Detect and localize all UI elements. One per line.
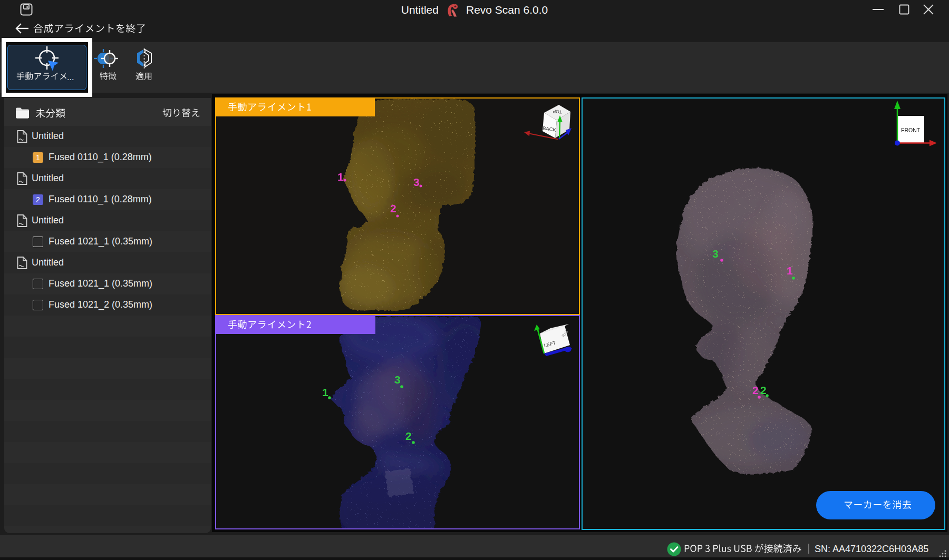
svg-text:1: 1 [787,264,793,277]
svg-text:3: 3 [413,176,420,188]
svg-text:2: 2 [760,384,767,396]
svg-text:1: 1 [337,171,344,183]
svg-text:2: 2 [405,430,412,442]
svg-text:2: 2 [390,202,396,214]
svg-text:1: 1 [322,386,328,398]
svg-text:3: 3 [712,248,719,260]
svg-text:2: 2 [752,384,759,396]
svg-text:FRONT: FRONT [901,127,921,133]
svg-text:TOP: TOP [553,109,562,115]
svg-text:3: 3 [394,374,401,386]
